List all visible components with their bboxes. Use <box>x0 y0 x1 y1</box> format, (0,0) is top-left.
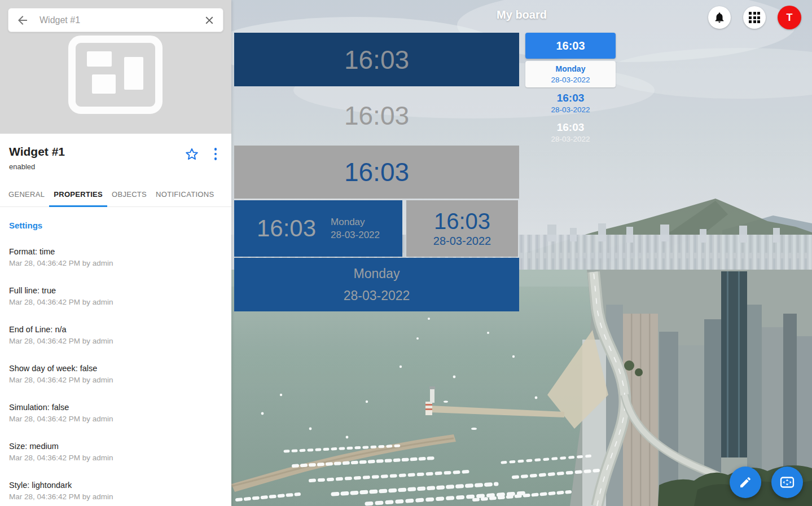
setting-item-simulation[interactable]: Simulation: false Mar 28, 04:36:42 PM by… <box>9 402 222 425</box>
setting-item-style[interactable]: Style: lightondark Mar 28, 04:36:42 PM b… <box>9 479 222 503</box>
bell-icon <box>713 11 726 24</box>
search-bar <box>8 8 223 32</box>
clock-date: 28-03-2022 <box>331 228 380 241</box>
tab-general[interactable]: GENERAL <box>4 183 49 206</box>
edit-board-button[interactable] <box>730 467 761 498</box>
kebab-icon <box>209 148 222 160</box>
widget-status: enabled <box>9 162 65 171</box>
clock-date: 28-03-2022 <box>551 74 590 85</box>
setting-meta: Mar 28, 04:36:42 PM by admin <box>9 452 222 464</box>
setting-meta: Mar 28, 04:36:42 PM by admin <box>9 335 222 347</box>
avatar-initial: T <box>787 12 793 24</box>
clock-widget-blue-chip[interactable]: 16:03 <box>525 33 616 59</box>
setting-label: Format: time <box>9 246 222 257</box>
clock-widget-blue-time-day[interactable]: 16:03 Monday 28-03-2022 <box>234 200 402 257</box>
widget-preview-area <box>0 0 231 134</box>
fit-screen-icon <box>779 476 795 489</box>
apps-menu-button[interactable] <box>743 6 766 29</box>
setting-meta: Mar 28, 04:36:42 PM by admin <box>9 296 222 308</box>
more-options-button[interactable] <box>209 148 222 160</box>
setting-meta: Mar 28, 04:36:42 PM by admin <box>9 413 222 425</box>
app-root: Widget #1 enabled GENERAL PROPERTIES <box>0 0 812 506</box>
fullscreen-fit-button[interactable] <box>771 467 803 498</box>
setting-item-end-of-line[interactable]: End of Line: n/a Mar 28, 04:36:42 PM by … <box>9 324 222 347</box>
setting-label: Show day of week: false <box>9 363 222 374</box>
back-button[interactable] <box>16 14 29 27</box>
favorite-button[interactable] <box>185 147 199 161</box>
close-icon <box>203 14 216 27</box>
clock-widget-navy-bar[interactable]: 16:03 <box>234 33 519 86</box>
setting-label: Size: medium <box>9 441 222 452</box>
pencil-icon <box>739 476 752 489</box>
dashboard-board: My board T 16:03 16:03 16:03 16:03 <box>231 0 812 506</box>
clock-widget-white-card[interactable]: Monday 28-03-2022 <box>525 61 616 87</box>
setting-meta: Mar 28, 04:36:42 PM by admin <box>9 257 222 269</box>
widget-title: Widget #1 <box>9 145 65 159</box>
clock-time: 16:03 <box>257 215 316 242</box>
clock-day: Monday <box>556 63 586 74</box>
setting-label: Style: lightondark <box>9 479 222 491</box>
widget-placeholder-icon <box>68 36 163 114</box>
setting-item-show-day-of-week[interactable]: Show day of week: false Mar 28, 04:36:42… <box>9 363 222 386</box>
detail-tabs: GENERAL PROPERTIES OBJECTS NOTIFICATIONS <box>0 183 231 207</box>
widget-detail-panel: Widget #1 enabled GENERAL PROPERTIES <box>0 0 231 506</box>
widget-header: Widget #1 enabled <box>0 134 231 171</box>
setting-label: Full line: true <box>9 285 222 296</box>
clock-date: 28-03-2022 <box>551 134 590 144</box>
setting-item-size[interactable]: Size: medium Mar 28, 04:36:42 PM by admi… <box>9 441 222 464</box>
clock-time: 16:03 <box>556 39 585 52</box>
clock-date: 28-03-2022 <box>551 104 590 115</box>
back-arrow-icon <box>16 14 29 27</box>
apps-grid-icon <box>749 12 760 23</box>
setting-meta: Mar 28, 04:36:42 PM by admin <box>9 374 222 386</box>
clock-widget-blue-text[interactable]: 16:03 28-03-2022 <box>525 91 616 116</box>
clock-time: 16:03 <box>344 157 409 187</box>
clock-widget-white-text[interactable]: 16:03 28-03-2022 <box>525 120 616 145</box>
settings-list: Format: time Mar 28, 04:36:42 PM by admi… <box>0 246 231 503</box>
tab-properties[interactable]: PROPERTIES <box>49 183 107 206</box>
clock-widget-blue-day-date[interactable]: Monday 28-03-2022 <box>234 258 519 311</box>
tab-notifications[interactable]: NOTIFICATIONS <box>151 183 218 206</box>
clock-time: 16:03 <box>557 121 585 134</box>
clock-day: Monday <box>354 263 400 285</box>
setting-meta: Mar 28, 04:36:42 PM by admin <box>9 491 222 503</box>
clock-time: 16:03 <box>344 45 409 75</box>
settings-heading: Settings <box>9 221 222 230</box>
clock-widget-transparent[interactable]: 16:03 <box>234 99 519 133</box>
clock-time: 16:03 <box>557 91 585 104</box>
tab-objects[interactable]: OBJECTS <box>107 183 151 206</box>
clock-widget-gray-bar[interactable]: 16:03 <box>234 146 519 199</box>
star-outline-icon <box>185 147 199 161</box>
user-avatar[interactable]: T <box>778 6 801 29</box>
clock-time: 16:03 <box>344 100 409 131</box>
clock-day: Monday <box>331 215 380 228</box>
clock-widget-gray-time-date[interactable]: 16:03 28-03-2022 <box>406 200 518 257</box>
clock-date: 28-03-2022 <box>433 234 491 248</box>
setting-item-full-line[interactable]: Full line: true Mar 28, 04:36:42 PM by a… <box>9 285 222 308</box>
setting-label: End of Line: n/a <box>9 324 222 335</box>
clock-date: 28-03-2022 <box>344 285 410 307</box>
search-input[interactable] <box>38 15 197 26</box>
setting-label: Simulation: false <box>9 402 222 413</box>
notifications-button[interactable] <box>708 6 731 29</box>
clock-time: 16:03 <box>434 209 490 234</box>
clear-search-button[interactable] <box>203 14 216 27</box>
setting-item-format[interactable]: Format: time Mar 28, 04:36:42 PM by admi… <box>9 246 222 269</box>
